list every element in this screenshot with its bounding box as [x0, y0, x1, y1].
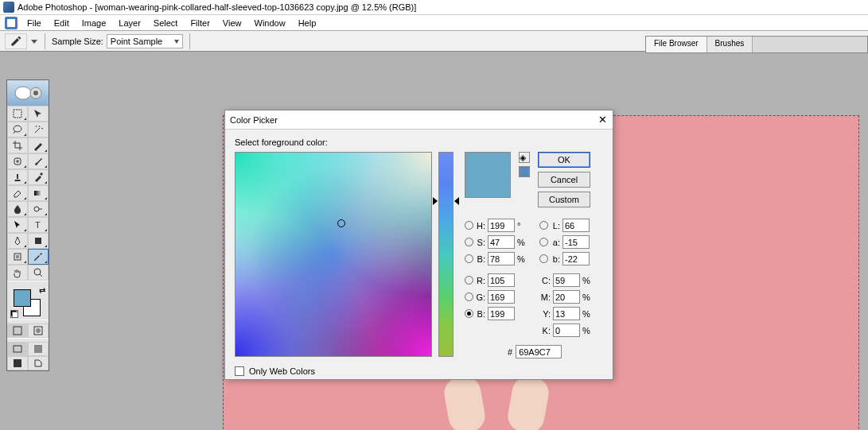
- pen-tool[interactable]: [7, 233, 28, 249]
- input-k[interactable]: [553, 323, 580, 337]
- menu-filter[interactable]: Filter: [184, 17, 216, 29]
- gamut-warning-icon[interactable]: ◈: [519, 152, 530, 163]
- radio-lb[interactable]: [539, 254, 548, 263]
- input-lb[interactable]: [562, 252, 590, 265]
- svg-point-14: [36, 328, 41, 333]
- history-brush-tool[interactable]: [28, 169, 49, 185]
- divider: [189, 33, 190, 49]
- input-h[interactable]: [488, 219, 515, 232]
- menu-edit[interactable]: Edit: [48, 17, 76, 29]
- hex-label: #: [508, 347, 512, 357]
- input-y[interactable]: [553, 307, 580, 320]
- input-bv[interactable]: [488, 252, 515, 265]
- input-g[interactable]: [488, 290, 515, 304]
- radio-a[interactable]: [539, 238, 548, 246]
- sample-size-value: Point Sample: [111, 37, 162, 46]
- label-bv: B:: [476, 254, 485, 264]
- toolbox: T ⇄: [6, 79, 49, 371]
- radio-bc[interactable]: [465, 309, 473, 318]
- clone-stamp-tool[interactable]: [7, 169, 28, 185]
- swap-colors-icon[interactable]: ⇄: [39, 286, 45, 295]
- menu-window[interactable]: Window: [248, 17, 292, 29]
- custom-button[interactable]: Custom: [538, 192, 590, 207]
- quickmask-mode-icon[interactable]: [28, 323, 49, 338]
- dodge-tool[interactable]: [28, 201, 49, 217]
- active-tool-eyedropper-icon[interactable]: [5, 33, 27, 49]
- blur-tool[interactable]: [7, 201, 28, 217]
- hue-slider[interactable]: [438, 152, 453, 357]
- dialog-prompt: Select foreground color:: [235, 138, 603, 147]
- radio-s[interactable]: [465, 238, 473, 246]
- input-r[interactable]: [488, 273, 515, 287]
- screen-full-icon[interactable]: [7, 356, 28, 370]
- menu-help[interactable]: Help: [292, 17, 323, 29]
- photoshop-icon[interactable]: [5, 17, 18, 29]
- path-selection-tool[interactable]: [7, 217, 28, 233]
- label-r: R:: [476, 276, 485, 285]
- jump-to-icon[interactable]: [28, 356, 49, 370]
- foreground-color-swatch[interactable]: [14, 289, 31, 307]
- color-swatches: ⇄: [7, 285, 49, 320]
- menu-view[interactable]: View: [216, 17, 248, 29]
- magic-wand-tool[interactable]: [28, 122, 49, 138]
- menu-file[interactable]: File: [21, 17, 48, 29]
- dialog-titlebar[interactable]: Color Picker ✕: [225, 110, 613, 130]
- tab-brushes[interactable]: Brushes: [707, 37, 753, 52]
- web-colors-checkbox[interactable]: [235, 366, 244, 376]
- svg-point-2: [33, 91, 38, 95]
- lasso-tool[interactable]: [7, 122, 28, 138]
- notes-tool[interactable]: [7, 249, 28, 265]
- shape-tool[interactable]: [28, 233, 49, 249]
- label-s: S:: [476, 238, 485, 247]
- radio-r[interactable]: [465, 276, 473, 285]
- input-m[interactable]: [553, 290, 580, 304]
- input-s[interactable]: [488, 235, 515, 249]
- zoom-tool[interactable]: [28, 265, 49, 281]
- brush-tool[interactable]: [28, 153, 49, 169]
- marquee-tool[interactable]: [7, 106, 28, 122]
- radio-h[interactable]: [465, 221, 473, 230]
- tool-preset-dropdown-icon[interactable]: [30, 37, 38, 45]
- sample-size-select[interactable]: Point Sample: [107, 34, 183, 48]
- toolbox-header-icon[interactable]: [7, 80, 49, 106]
- ok-button[interactable]: OK: [538, 152, 590, 168]
- unit-deg: °: [517, 221, 525, 230]
- menu-image[interactable]: Image: [76, 17, 113, 29]
- move-tool[interactable]: [28, 106, 49, 122]
- close-icon[interactable]: ✕: [597, 114, 608, 126]
- svg-point-11: [34, 269, 41, 275]
- radio-l[interactable]: [539, 221, 548, 230]
- current-color-swatch[interactable]: [465, 175, 510, 197]
- screen-fullmenu-icon[interactable]: [28, 342, 49, 356]
- standard-mode-icon[interactable]: [7, 323, 28, 338]
- default-colors-icon[interactable]: [10, 310, 18, 318]
- label-h: H:: [476, 221, 485, 230]
- hue-marker-left-icon: [433, 197, 438, 205]
- gradient-tool[interactable]: [28, 185, 49, 201]
- input-hex[interactable]: [516, 345, 562, 358]
- input-c[interactable]: [553, 273, 580, 287]
- input-l[interactable]: [562, 219, 590, 232]
- menu-layer[interactable]: Layer: [112, 17, 147, 29]
- sample-size-label: Sample Size:: [52, 37, 103, 46]
- input-bc[interactable]: [488, 307, 515, 320]
- svg-text:T: T: [35, 220, 41, 230]
- hand-tool[interactable]: [7, 265, 28, 281]
- divider: [45, 33, 45, 49]
- slice-tool[interactable]: [28, 138, 49, 153]
- crop-tool[interactable]: [7, 138, 28, 153]
- healing-brush-tool[interactable]: [7, 153, 28, 169]
- radio-g[interactable]: [465, 292, 473, 301]
- websafe-swatch-icon[interactable]: [519, 166, 530, 177]
- svg-point-7: [34, 207, 39, 211]
- color-field[interactable]: [235, 152, 432, 357]
- input-a[interactable]: [562, 235, 590, 249]
- tab-file-browser[interactable]: File Browser: [646, 37, 707, 52]
- type-tool[interactable]: T: [28, 217, 49, 233]
- cancel-button[interactable]: Cancel: [538, 172, 590, 188]
- radio-bv[interactable]: [465, 254, 473, 263]
- screen-standard-icon[interactable]: [7, 342, 28, 356]
- eraser-tool[interactable]: [7, 185, 28, 201]
- menu-select[interactable]: Select: [147, 17, 185, 29]
- eyedropper-tool[interactable]: [28, 249, 49, 265]
